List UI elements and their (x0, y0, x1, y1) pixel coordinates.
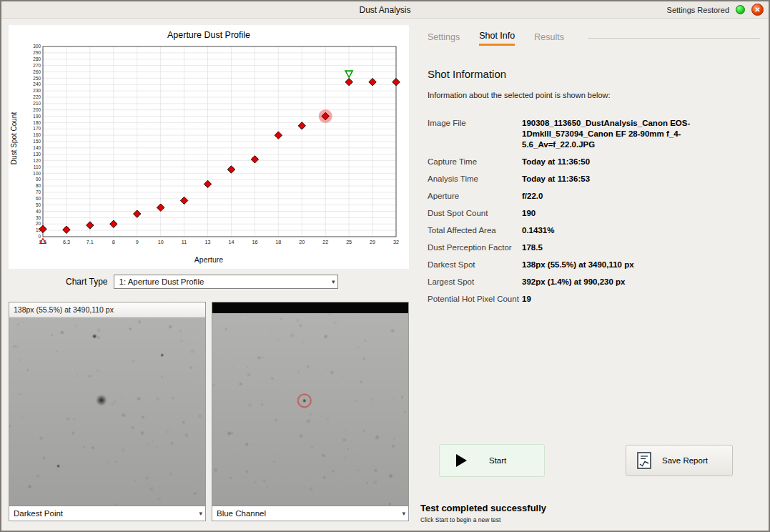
aperture-chart[interactable]: 0102030405060708090100110120130140150160… (19, 42, 403, 254)
info-value: 19 (522, 294, 724, 305)
status-green-icon (736, 5, 745, 14)
info-value: Today at 11:36:50 (522, 157, 724, 167)
chevron-down-icon: ▾ (402, 510, 405, 517)
info-row: Largest Spot392px (1.4%) at 990,230 px (428, 277, 764, 287)
info-value: 190 (522, 208, 724, 219)
chart-type-label: Chart Type (66, 277, 107, 287)
shot-information-heading: Shot Information (428, 68, 506, 80)
svg-text:120: 120 (33, 158, 41, 163)
info-label: Dust Spot Count (428, 208, 522, 219)
tab-settings[interactable]: Settings (428, 32, 460, 45)
svg-text:11: 11 (182, 239, 187, 245)
dust-analysis-window: Dust Analysis Settings Restored ✕ Apertu… (0, 0, 770, 532)
image-top-border (212, 302, 408, 313)
svg-text:90: 90 (36, 177, 41, 182)
tab-divider-line (588, 38, 760, 39)
test-status-message: Test completed successfully (420, 503, 546, 513)
info-value: 392px (1.4%) at 990,230 px (522, 277, 724, 287)
save-report-button[interactable]: Save Report (626, 445, 733, 476)
window-title: Dust Analysis (359, 5, 410, 15)
settings-restored-label: Settings Restored (667, 6, 729, 14)
svg-text:25: 25 (346, 239, 352, 245)
svg-text:100: 100 (33, 171, 41, 176)
info-value: 0.1431% (522, 225, 724, 236)
info-label: Image File (428, 118, 522, 150)
blue-channel-image[interactable] (212, 313, 408, 506)
darkest-point-preview-panel: 138px (55.5%) at 3490,110 px Darkest Poi… (9, 302, 206, 521)
shot-info-fields: Image File190308_113650_DustAnalysis_Can… (428, 118, 764, 311)
chart-type-row: Chart Type 1: Aperture Dust Profile ▾ (9, 274, 409, 289)
svg-text:16: 16 (252, 239, 257, 245)
tab-shot-info[interactable]: Shot Info (479, 31, 515, 46)
info-value: f/22.0 (522, 191, 724, 202)
info-row: Dust Spot Count190 (428, 208, 764, 219)
svg-text:50: 50 (36, 202, 41, 207)
right-panel: Settings Shot Info Results Shot Informat… (418, 25, 764, 529)
info-row: Dust Perception Factor178.5 (428, 242, 764, 253)
svg-text:240: 240 (33, 82, 41, 87)
tab-bar: Settings Shot Info Results (428, 31, 760, 46)
svg-text:20: 20 (36, 221, 41, 226)
play-icon (455, 453, 468, 468)
info-value: 178.5 (522, 242, 724, 253)
svg-text:13: 13 (205, 239, 211, 245)
svg-text:9: 9 (136, 239, 139, 245)
svg-text:270: 270 (33, 63, 41, 68)
action-buttons-row: Start Save Report (439, 444, 733, 477)
svg-text:190: 190 (33, 114, 41, 119)
darkest-point-dropdown-value: Darkest Point (14, 509, 63, 518)
info-label: Capture Time (428, 157, 522, 167)
start-button-label: Start (489, 456, 506, 465)
info-row: Capture TimeToday at 11:36:50 (428, 157, 764, 167)
svg-text:200: 200 (33, 107, 41, 112)
svg-text:18: 18 (275, 239, 281, 245)
svg-text:290: 290 (33, 50, 41, 55)
info-row: Total Affected Area0.1431% (428, 225, 764, 236)
info-label: Aperture (428, 191, 522, 202)
info-row: Potential Hot Pixel Count19 (428, 294, 764, 305)
blue-channel-preview-panel: Blue Channel ▾ (212, 302, 409, 521)
svg-text:160: 160 (33, 132, 41, 137)
svg-text:300: 300 (33, 44, 41, 49)
chart-type-select[interactable]: 1: Aperture Dust Profile ▾ (114, 275, 338, 289)
svg-text:110: 110 (34, 164, 41, 169)
blue-channel-dropdown[interactable]: Blue Channel ▾ (212, 506, 408, 521)
darkest-point-dropdown[interactable]: Darkest Point ▾ (9, 506, 205, 521)
info-label: Analysis Time (428, 174, 522, 184)
chevron-down-icon: ▾ (199, 510, 202, 517)
svg-text:22: 22 (322, 239, 328, 245)
svg-text:170: 170 (33, 126, 41, 131)
info-row: Aperturef/22.0 (428, 191, 764, 202)
info-label: Dust Perception Factor (428, 242, 522, 253)
svg-text:140: 140 (33, 145, 41, 150)
info-label: Darkest Spot (428, 260, 522, 270)
svg-text:30: 30 (36, 215, 41, 220)
darkest-point-image[interactable] (9, 317, 205, 506)
previews-row: 138px (55.5%) at 3490,110 px Darkest Poi… (9, 302, 409, 521)
chart-type-value: 1: Aperture Dust Profile (119, 277, 204, 286)
svg-text:8: 8 (112, 239, 115, 245)
info-label: Largest Spot (428, 277, 522, 287)
info-value: Today at 11:36:53 (522, 174, 724, 184)
svg-text:80: 80 (36, 183, 41, 188)
svg-text:150: 150 (33, 139, 41, 144)
info-label: Potential Hot Pixel Count (428, 294, 522, 305)
start-button[interactable]: Start (439, 444, 545, 477)
close-icon[interactable]: ✕ (751, 4, 764, 16)
svg-text:230: 230 (33, 88, 41, 93)
darkest-spot-info-header: 138px (55.5%) at 3490,110 px (9, 302, 205, 317)
svg-text:220: 220 (33, 94, 41, 99)
svg-text:180: 180 (33, 120, 41, 125)
svg-text:40: 40 (36, 209, 41, 214)
blue-channel-dropdown-value: Blue Channel (217, 509, 266, 518)
info-row: Analysis TimeToday at 11:36:53 (428, 174, 764, 184)
svg-text:250: 250 (33, 76, 41, 81)
svg-text:10: 10 (158, 239, 164, 245)
svg-text:7.1: 7.1 (87, 239, 94, 245)
save-report-icon (636, 451, 653, 470)
tab-results[interactable]: Results (534, 32, 564, 45)
save-report-button-label: Save Report (662, 456, 708, 465)
info-value: 138px (55.5%) at 3490,110 px (522, 260, 724, 270)
test-status-hint: Click Start to begin a new test (420, 516, 500, 523)
svg-text:280: 280 (33, 56, 41, 61)
